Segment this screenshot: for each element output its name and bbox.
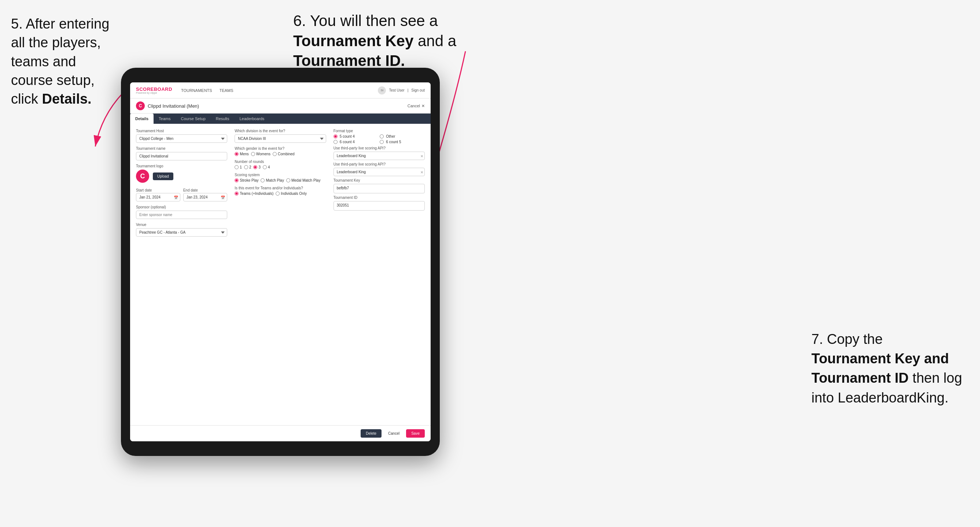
venue-group: Venue Peachtree GC - Atlanta - GA — [136, 223, 227, 237]
division-label: Which division is the event for? — [235, 129, 326, 133]
third-party-2-group: Use third-party live scoring API? ✕ — [334, 162, 425, 176]
form-col-3: Format type 5 count 4 Other — [334, 129, 425, 237]
tab-details[interactable]: Details — [130, 114, 154, 124]
content-area: Tournament Host Clippd College - Men Tou… — [130, 124, 431, 425]
tablet-frame: SCOREBOARD Powered by clippd TOURNAMENTS… — [121, 68, 440, 456]
third-party-2-input[interactable] — [334, 168, 425, 176]
tournament-key-group: Tournament Key befbfb7 — [334, 178, 425, 194]
start-date-group: Start date 📅 — [136, 186, 180, 202]
third-party-1-select-wrap: ✕ — [334, 152, 425, 160]
brand-sub: Powered by clippd — [136, 92, 172, 94]
tournament-name-input[interactable] — [136, 152, 227, 160]
format-5count4[interactable]: 5 count 4 — [334, 134, 379, 138]
end-date-group: End date 📅 — [183, 186, 228, 202]
rounds-radio-group: 1 2 3 4 — [235, 165, 326, 169]
tournament-logo-group: Tournament logo C Upload — [136, 164, 227, 183]
brand-name: SCOREBOARD — [136, 87, 172, 92]
logo-circle: C — [136, 170, 149, 183]
calendar-icon-start: 📅 — [174, 195, 178, 199]
dates-group: Start date 📅 End date 📅 — [136, 186, 227, 202]
cancel-button[interactable]: Cancel ✕ — [407, 104, 425, 108]
form-footer: Delete Cancel Save — [130, 425, 431, 441]
start-date-label: Start date — [136, 188, 152, 192]
page-header: C Clippd Invitational (Men) Cancel ✕ — [130, 98, 431, 114]
tournament-name-group: Tournament name — [136, 146, 227, 160]
third-party-1-group: Use third-party live scoring API? ✕ — [334, 146, 425, 160]
format-6count5[interactable]: 6 count 5 — [380, 140, 425, 144]
tournament-host-group: Tournament Host Clippd College - Men — [136, 129, 227, 143]
nav-items: TOURNAMENTS TEAMS — [181, 87, 378, 94]
sponsor-input[interactable] — [136, 211, 227, 219]
venue-label: Venue — [136, 223, 227, 227]
division-group: Which division is the event for? NCAA Di… — [235, 129, 326, 143]
venue-select[interactable]: Peachtree GC - Atlanta - GA — [136, 228, 227, 237]
sponsor-label: Sponsor (optional) — [136, 205, 227, 209]
tabs-bar: Details Teams Course Setup Results Leade… — [130, 114, 431, 124]
nav-right: SI Test User | Sign out — [378, 86, 425, 94]
sign-out-link[interactable]: Sign out — [411, 88, 425, 92]
form-col-2: Which division is the event for? NCAA Di… — [235, 129, 326, 237]
gender-combined[interactable]: Combined — [273, 152, 295, 156]
page-title-row: C Clippd Invitational (Men) — [136, 102, 199, 110]
third-party-2-label: Use third-party live scoring API? — [334, 162, 425, 166]
tournament-key-value: befbfb7 — [334, 184, 425, 194]
calendar-icon-end: 📅 — [221, 195, 225, 199]
format-label: Format type — [334, 129, 425, 133]
division-select[interactable]: NCAA Division III — [235, 134, 326, 143]
third-party-1-clear-button[interactable]: ✕ — [420, 154, 423, 158]
teams-plus-individuals[interactable]: Teams (+Individuals) — [235, 192, 274, 195]
navbar: SCOREBOARD Powered by clippd TOURNAMENTS… — [130, 83, 431, 98]
end-date-wrap: 📅 — [183, 193, 228, 202]
form-col-1: Tournament Host Clippd College - Men Tou… — [136, 129, 227, 237]
tab-leaderboards[interactable]: Leaderboards — [234, 114, 269, 124]
tournament-host-label: Tournament Host — [136, 129, 227, 133]
third-party-2-clear-button[interactable]: ✕ — [420, 170, 423, 174]
upload-button[interactable]: Upload — [153, 173, 173, 180]
format-options-grid: 5 count 4 Other 6 count 4 — [334, 134, 425, 144]
nav-item-teams[interactable]: TEAMS — [220, 87, 234, 94]
tournament-key-label: Tournament Key — [334, 178, 425, 183]
annotation-bottom-right: 7. Copy the Tournament Key and Tournamen… — [811, 330, 965, 408]
gender-group: Which gender is the event for? Mens Wome… — [235, 146, 326, 156]
round-3[interactable]: 3 — [253, 165, 261, 169]
rounds-group: Number of rounds 1 2 — [235, 160, 326, 169]
third-party-1-input[interactable] — [334, 152, 425, 160]
scoring-radio-group: Stroke Play Match Play Medal Match Play — [235, 178, 326, 183]
date-row: Start date 📅 End date 📅 — [136, 186, 227, 202]
nav-separator: | — [407, 88, 409, 92]
scoring-stroke-play[interactable]: Stroke Play — [235, 178, 258, 183]
start-date-wrap: 📅 — [136, 193, 180, 202]
round-2[interactable]: 2 — [244, 165, 251, 169]
individuals-only[interactable]: Individuals Only — [275, 192, 307, 195]
gender-radio-group: Mens Womens Combined — [235, 152, 326, 156]
form-grid: Tournament Host Clippd College - Men Tou… — [136, 129, 425, 237]
scoring-label: Scoring system — [235, 173, 326, 177]
round-4[interactable]: 4 — [263, 165, 270, 169]
teams-individuals-label: Is this event for Teams and/or Individua… — [235, 186, 326, 190]
gender-womens[interactable]: Womens — [251, 152, 270, 156]
format-other[interactable]: Other — [380, 134, 425, 138]
scoring-match-play[interactable]: Match Play — [261, 178, 284, 183]
scoring-medal-match-play[interactable]: Medal Match Play — [286, 178, 320, 183]
save-button[interactable]: Save — [406, 429, 425, 438]
close-icon: ✕ — [422, 104, 425, 108]
format-6count4[interactable]: 6 count 4 — [334, 140, 379, 144]
sponsor-group: Sponsor (optional) — [136, 205, 227, 219]
tournament-id-group: Tournament ID 302051 — [334, 195, 425, 211]
tournament-name-label: Tournament name — [136, 146, 227, 151]
tab-teams[interactable]: Teams — [154, 114, 175, 124]
footer-cancel-button[interactable]: Cancel — [385, 429, 403, 438]
rounds-label: Number of rounds — [235, 160, 326, 164]
nav-item-tournaments[interactable]: TOURNAMENTS — [181, 87, 212, 94]
third-party-2-select-wrap: ✕ — [334, 168, 425, 176]
delete-button[interactable]: Delete — [361, 429, 382, 438]
tournament-host-select[interactable]: Clippd College - Men — [136, 134, 227, 143]
brand: SCOREBOARD Powered by clippd — [136, 87, 172, 94]
round-1[interactable]: 1 — [235, 165, 242, 169]
tab-results[interactable]: Results — [211, 114, 235, 124]
gender-label: Which gender is the event for? — [235, 146, 326, 151]
end-date-label: End date — [183, 188, 198, 192]
avatar: SI — [378, 86, 386, 94]
gender-mens[interactable]: Mens — [235, 152, 248, 156]
tab-course-setup[interactable]: Course Setup — [175, 114, 210, 124]
